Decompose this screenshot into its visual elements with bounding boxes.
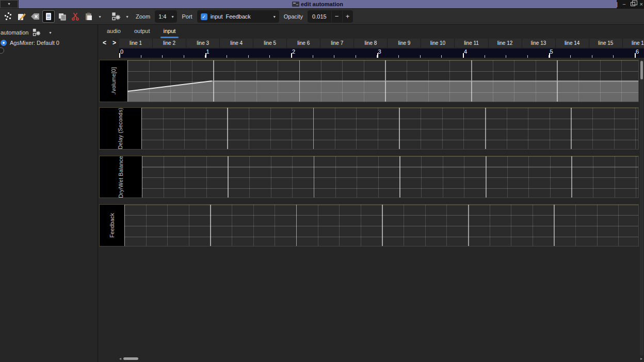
zoom-value: 1:4: [158, 13, 166, 20]
track-grid[interactable]: [124, 205, 638, 246]
line-tab-line-14[interactable]: line 14: [556, 39, 589, 47]
minimize-button[interactable]: −: [622, 1, 625, 8]
window-title: edit automation: [301, 1, 343, 7]
track-label: Dry/Wet Balance: [100, 156, 142, 198]
select-document-icon: [44, 12, 53, 21]
scroll-left-icon[interactable]: ◂: [119, 357, 121, 361]
vertical-scrollbar-thumb[interactable]: [640, 61, 643, 79]
select-tool-button[interactable]: [42, 10, 55, 23]
chevron-down-icon[interactable]: ▾: [49, 30, 51, 35]
machine-radio-label: AgsMixer: Default 0: [10, 40, 59, 46]
radio-selected-icon[interactable]: [1, 40, 7, 46]
line-tab-line-10[interactable]: line 10: [421, 39, 455, 47]
track-label: Delay (Seconds): [100, 108, 141, 149]
line-tab-line-15[interactable]: line 15: [589, 39, 623, 47]
zoom-combobox[interactable]: 1:4 ▾: [155, 10, 177, 23]
restore-button[interactable]: [631, 2, 635, 6]
track-grid[interactable]: [127, 60, 638, 102]
ruler-mark-0: 0: [119, 48, 132, 58]
port-name: Feedback: [226, 13, 250, 20]
port-label: Port: [182, 13, 192, 20]
port-combobox[interactable]: input Feedback ▾: [197, 10, 279, 23]
horizontal-scrollbar[interactable]: ◂: [119, 357, 638, 361]
opacity-increment-button[interactable]: +: [342, 11, 353, 22]
radio-unselected-icon[interactable]: [0, 47, 4, 54]
automation-track-1: Delay (Seconds): [99, 107, 639, 150]
line-tab-line-13[interactable]: line 13: [522, 39, 556, 47]
machine-gear-icon: [33, 28, 41, 37]
window-menu-button[interactable]: ▾: [0, 0, 18, 8]
line-tab-line-11[interactable]: line 11: [455, 39, 488, 47]
paste-button[interactable]: [83, 10, 95, 23]
track-grid[interactable]: [141, 108, 638, 149]
clear-tool-button[interactable]: [29, 10, 41, 23]
chevron-down-icon: ▾: [8, 2, 10, 6]
ruler-mark-1: 1: [205, 48, 218, 58]
ruler-mark-5: 5: [549, 48, 561, 58]
vertical-scrollbar[interactable]: [640, 60, 643, 356]
chevron-down-icon: ▾: [99, 14, 101, 19]
machine-radio-row-1[interactable]: [0, 47, 98, 54]
tab-input[interactable]: input: [157, 25, 183, 38]
horizontal-scrollbar-thumb[interactable]: [123, 357, 138, 360]
window-title-area: edit automation: [292, 1, 343, 8]
line-tab-line-4[interactable]: line 4: [220, 39, 253, 47]
edit-tools-dropdown[interactable]: ▾: [96, 10, 104, 23]
track-label: ./volume[0]: [100, 60, 127, 102]
channel-tabs: audio output input: [98, 25, 644, 38]
ruler-mark-4: 4: [463, 48, 475, 58]
chevron-down-icon: ▾: [126, 14, 128, 19]
clear-icon: [30, 12, 40, 21]
track-label: Feedback: [100, 205, 124, 246]
machine-tools-dropdown[interactable]: ▾: [123, 10, 131, 23]
window-icon: [292, 2, 299, 7]
cut-button[interactable]: [69, 10, 82, 23]
automation-track-2: Dry/Wet Balance: [99, 156, 639, 198]
close-button[interactable]: ×: [640, 1, 643, 8]
timeline-ruler[interactable]: 0123456: [119, 48, 644, 58]
line-tab-line-2[interactable]: line 2: [153, 39, 186, 47]
line-tab-line-1[interactable]: line 1: [119, 39, 153, 47]
line-tab-line-6[interactable]: line 6: [287, 39, 320, 47]
window-controls: | − ×: [616, 0, 643, 8]
copy-icon: [57, 12, 67, 21]
line-tab-line-5[interactable]: line 5: [253, 39, 287, 47]
line-tab-line-16[interactable]: line 16: [623, 39, 644, 47]
port-checkbox[interactable]: [201, 13, 207, 20]
machine-gear-icon: [111, 12, 121, 21]
automation-toolbar: ▾ ▾ Zoom 1:4 ▾ Port input Feedback ▾ Opa…: [0, 9, 644, 25]
tab-audio[interactable]: audio: [100, 25, 127, 38]
scroll-right-icon[interactable]: ▸: [640, 357, 642, 361]
pencil-icon: [17, 12, 26, 21]
scissors-icon: [71, 12, 80, 21]
line-header-list: line 1line 2line 3line 4line 5line 6line…: [119, 39, 644, 47]
line-tab-line-12[interactable]: line 12: [489, 39, 522, 47]
sidebar-title: automation: [1, 29, 28, 36]
machine-tools-button[interactable]: [110, 10, 122, 23]
edit-tool-button[interactable]: [15, 10, 28, 23]
zoom-label: Zoom: [136, 13, 150, 20]
line-tab-line-8[interactable]: line 8: [354, 39, 388, 47]
sidebar-header: automation ▾: [0, 25, 98, 39]
prev-line-button[interactable]: <: [100, 39, 109, 47]
shade-button[interactable]: |: [616, 1, 618, 8]
automation-track-0: ./volume[0]: [99, 60, 639, 102]
next-line-button[interactable]: >: [109, 39, 119, 47]
chevron-down-icon: ▾: [171, 14, 173, 19]
copy-button[interactable]: [56, 10, 68, 23]
line-tab-line-9[interactable]: line 9: [388, 39, 421, 47]
opacity-decrement-button[interactable]: −: [331, 11, 342, 22]
ruler-mark-6: 6: [635, 48, 644, 58]
titlebar: ▾ edit automation | − ×: [0, 0, 644, 9]
position-dots-icon: [4, 12, 13, 21]
ruler-mark-3: 3: [377, 48, 390, 58]
tab-output[interactable]: output: [127, 25, 157, 38]
line-tab-line-7[interactable]: line 7: [320, 39, 354, 47]
automation-editor: audio output input < > line 1line 2line …: [98, 25, 644, 362]
track-grid[interactable]: [142, 156, 638, 198]
position-tool-button[interactable]: [2, 10, 14, 23]
opacity-value[interactable]: 0.015: [308, 13, 331, 20]
line-tab-line-3[interactable]: line 3: [186, 39, 220, 47]
machine-radio-row-0[interactable]: AgsMixer: Default 0: [0, 39, 98, 46]
chevron-down-icon: ▾: [273, 14, 276, 19]
